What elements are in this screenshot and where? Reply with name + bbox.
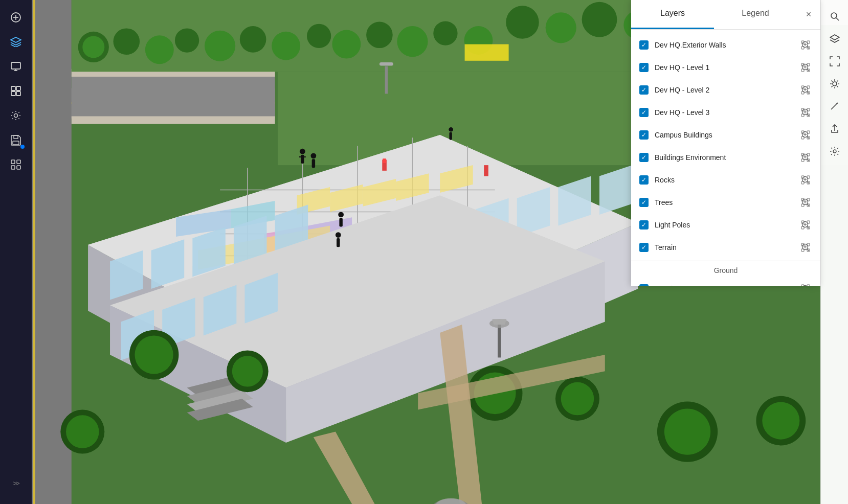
layer-item[interactable]: ✓ Rocks xyxy=(631,169,820,191)
svg-line-168 xyxy=(808,92,810,94)
collapse-button[interactable]: >> xyxy=(5,472,27,494)
layer-zoom-rocks[interactable] xyxy=(799,173,812,187)
tab-legend[interactable]: Legend xyxy=(714,0,797,29)
layer-name-dev-hq-l2: Dev HQ - Level 2 xyxy=(655,86,799,94)
layer-zoom-terrain[interactable] xyxy=(799,241,812,254)
fullscreen-button[interactable] xyxy=(825,52,844,71)
layer-checkbox-dev-hq-l1[interactable]: ✓ xyxy=(639,63,649,72)
svg-point-144 xyxy=(14,114,18,118)
layer-name-dev-hq-exterior: Dev HQ.Exterior Walls xyxy=(655,41,799,49)
save-button[interactable] xyxy=(5,129,27,151)
svg-point-247 xyxy=(831,13,837,18)
panel-header: Layers Legend × xyxy=(631,0,820,30)
layer-checkbox-dev-hq-l2[interactable]: ✓ xyxy=(639,85,649,95)
layer-checkbox-ground-terrain[interactable]: ✓ xyxy=(639,284,649,286)
search-button[interactable] xyxy=(825,7,844,26)
svg-rect-147 xyxy=(11,160,15,164)
layers-panel: Layers Legend × ✓ Dev HQ.Exterior Walls xyxy=(631,0,820,286)
layer-checkbox-campus-buildings[interactable]: ✓ xyxy=(639,130,649,140)
layers-button[interactable] xyxy=(5,31,27,53)
layer-item[interactable]: ✓ Terrain xyxy=(631,236,820,259)
layer-item[interactable]: ✓ Dev HQ - Level 1 xyxy=(631,56,820,79)
svg-line-216 xyxy=(808,227,810,229)
layer-zoom-dev-hq-exterior[interactable] xyxy=(799,38,812,52)
map-scene xyxy=(32,0,631,504)
svg-rect-150 xyxy=(17,166,20,169)
layer-item[interactable]: ✓ Campus Buildings xyxy=(631,124,820,146)
layer-name-dev-hq-l3: Dev HQ - Level 3 xyxy=(655,108,799,117)
svg-point-250 xyxy=(833,82,837,86)
layer-zoom-dev-hq-l3[interactable] xyxy=(799,106,812,119)
layer-name-trees: Trees xyxy=(655,198,799,207)
svg-marker-249 xyxy=(830,35,839,40)
svg-rect-236 xyxy=(807,285,810,286)
svg-rect-148 xyxy=(17,160,20,164)
layer-zoom-ground-terrain[interactable] xyxy=(799,282,812,286)
layer-name-light-poles: Light Poles xyxy=(655,221,799,229)
layer-name-buildings-environment: Buildings Environment xyxy=(655,153,799,162)
layers-rt-button[interactable] xyxy=(825,29,844,49)
layer-name-campus-buildings: Campus Buildings xyxy=(655,131,799,139)
layer-zoom-buildings-environment[interactable] xyxy=(799,151,812,164)
svg-line-160 xyxy=(808,70,810,72)
layer-checkbox-buildings-environment[interactable]: ✓ xyxy=(639,153,649,162)
layer-checkbox-light-poles[interactable]: ✓ xyxy=(639,220,649,230)
layer-checkbox-trees[interactable]: ✓ xyxy=(639,198,649,207)
svg-point-259 xyxy=(833,150,836,153)
layer-item[interactable]: ✓ Dev HQ - Level 3 xyxy=(631,101,820,124)
svg-rect-143 xyxy=(16,91,20,96)
measure-button[interactable] xyxy=(825,97,844,116)
svg-rect-145 xyxy=(14,135,18,139)
layer-name-rocks: Rocks xyxy=(655,176,799,184)
layer-checkbox-rocks[interactable]: ✓ xyxy=(639,175,649,185)
layer-zoom-light-poles[interactable] xyxy=(799,218,812,232)
layer-item[interactable]: ✓ Terrain xyxy=(631,278,820,286)
layer-item[interactable]: ✓ Buildings Environment xyxy=(631,146,820,169)
layer-item[interactable]: ✓ Trees xyxy=(631,191,820,214)
widgets-button[interactable] xyxy=(5,154,27,175)
config-button[interactable] xyxy=(825,142,844,161)
svg-line-192 xyxy=(808,159,810,162)
svg-rect-141 xyxy=(16,86,20,90)
svg-rect-142 xyxy=(11,91,15,96)
layer-zoom-trees[interactable] xyxy=(799,196,812,209)
layers-list: ✓ Dev HQ.Exterior Walls ✓ Dev HQ - Level… xyxy=(631,30,820,286)
layer-zoom-campus-buildings[interactable] xyxy=(799,128,812,142)
daylight-button[interactable] xyxy=(825,74,844,94)
layer-zoom-dev-hq-l1[interactable] xyxy=(799,61,812,74)
svg-line-152 xyxy=(808,47,810,49)
chevrons-icon: >> xyxy=(13,479,18,487)
svg-line-176 xyxy=(808,114,810,117)
layer-checkbox-dev-hq-l3[interactable]: ✓ xyxy=(639,108,649,117)
svg-line-257 xyxy=(837,81,838,82)
svg-line-248 xyxy=(836,18,839,20)
svg-line-224 xyxy=(808,249,810,251)
save-dot xyxy=(20,145,25,149)
add-button[interactable] xyxy=(5,7,27,28)
layer-checkbox-dev-hq-exterior[interactable]: ✓ xyxy=(639,40,649,50)
tab-layers[interactable]: Layers xyxy=(631,0,714,29)
svg-rect-146 xyxy=(13,141,19,145)
settings-button[interactable] xyxy=(5,105,27,126)
left-sidebar: >> xyxy=(0,0,32,504)
svg-point-122 xyxy=(762,402,799,440)
right-toolbar xyxy=(820,0,848,504)
svg-line-200 xyxy=(808,182,810,184)
content-button[interactable] xyxy=(5,80,27,102)
layer-name-dev-hq-l1: Dev HQ - Level 1 xyxy=(655,63,799,72)
svg-point-120 xyxy=(664,408,710,454)
layer-name-ground-terrain: Terrain xyxy=(655,285,799,286)
layer-zoom-dev-hq-l2[interactable] xyxy=(799,83,812,97)
share-button[interactable] xyxy=(825,119,844,139)
display-button[interactable] xyxy=(5,56,27,77)
layer-checkbox-terrain[interactable]: ✓ xyxy=(639,243,649,252)
svg-rect-137 xyxy=(11,62,20,69)
svg-marker-136 xyxy=(11,37,21,42)
svg-rect-140 xyxy=(11,86,15,90)
panel-close-button[interactable]: × xyxy=(797,0,820,29)
layer-item[interactable]: ✓ Dev HQ - Level 2 xyxy=(631,79,820,101)
layer-item[interactable]: ✓ Dev HQ.Exterior Walls xyxy=(631,34,820,56)
layer-item[interactable]: ✓ Light Poles xyxy=(631,214,820,236)
svg-line-256 xyxy=(837,86,838,87)
layer-name-terrain: Terrain xyxy=(655,243,799,251)
